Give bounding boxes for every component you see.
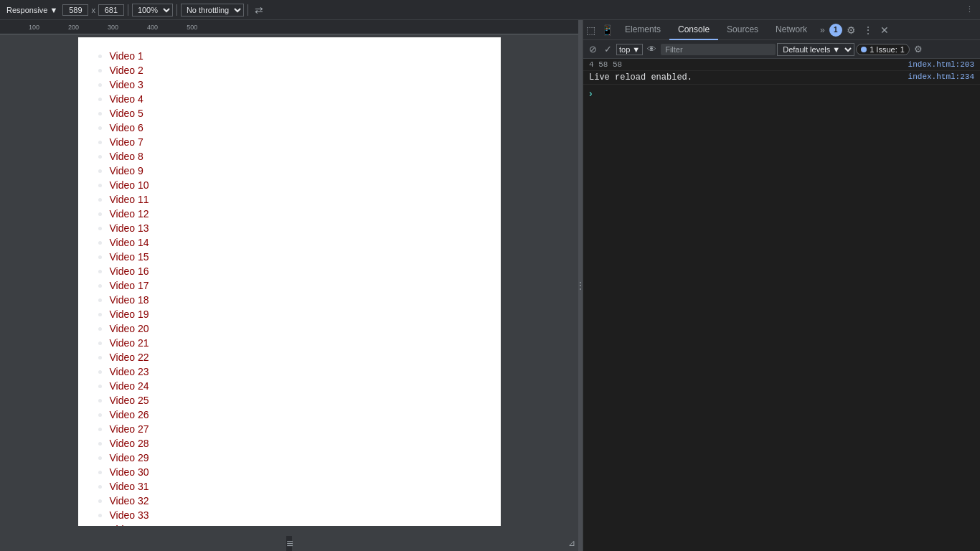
video-link-31[interactable]: Video 31 xyxy=(110,481,149,492)
width-input[interactable] xyxy=(62,4,88,16)
video-link-15[interactable]: Video 15 xyxy=(110,251,149,263)
tab-sources[interactable]: Sources xyxy=(718,20,767,40)
list-item: Video 20 xyxy=(110,321,484,336)
eye-button[interactable]: 👁 xyxy=(644,42,659,56)
video-list: Video 1Video 2Video 3Video 4Video 5Video… xyxy=(95,49,484,526)
devtools-settings-button[interactable]: ⚙ xyxy=(844,23,859,37)
video-link-21[interactable]: Video 21 xyxy=(110,337,149,349)
video-link-12[interactable]: Video 12 xyxy=(110,208,149,220)
video-link-25[interactable]: Video 25 xyxy=(110,395,149,406)
ruler-mark-100: 100 xyxy=(29,24,39,31)
device-toggle-button[interactable]: 📱 xyxy=(598,23,616,37)
list-item: Video 29 xyxy=(110,451,484,465)
video-link-20[interactable]: Video 20 xyxy=(110,323,149,334)
rotate-button[interactable]: ⇄ xyxy=(252,3,266,17)
preserve-log-button[interactable]: ✓ xyxy=(601,42,615,56)
tab-network[interactable]: Network xyxy=(767,20,816,40)
browser-area: 100 200 300 400 500 Video 1Video 2Video … xyxy=(0,20,578,551)
devtools-tabs: ⬚ 📱 Elements Console Sources Network » 1… xyxy=(583,20,980,40)
zoom-select[interactable]: 100% 75% 50% xyxy=(132,4,173,17)
video-link-27[interactable]: Video 27 xyxy=(110,423,149,435)
console-prompt-row[interactable]: › xyxy=(583,85,980,102)
video-link-29[interactable]: Video 29 xyxy=(110,452,149,463)
log-count-1: 4 58 58 xyxy=(589,60,622,69)
top-toolbar: Responsive ▼ x 100% 75% 50% No throttlin… xyxy=(0,0,980,20)
list-item: Video 18 xyxy=(110,293,484,307)
video-link-11[interactable]: Video 11 xyxy=(110,194,149,205)
video-link-32[interactable]: Video 32 xyxy=(110,495,149,507)
context-select[interactable]: top ▼ xyxy=(616,44,643,55)
devtools-more-button[interactable]: ⋮ xyxy=(860,23,876,37)
issue-badge[interactable]: 1 Issue: 1 xyxy=(856,44,910,55)
video-link-8[interactable]: Video 8 xyxy=(110,151,143,162)
inspect-element-button[interactable]: ⬚ xyxy=(583,23,598,37)
issue-dot xyxy=(861,47,867,52)
responsive-dropdown-icon: ▼ xyxy=(50,6,57,14)
devtools-close-button[interactable]: ✕ xyxy=(877,23,892,37)
video-link-24[interactable]: Video 24 xyxy=(110,380,149,392)
video-link-33[interactable]: Video 33 xyxy=(110,509,149,521)
tab-network-label: Network xyxy=(776,24,807,34)
log-source-1[interactable]: index.html:203 xyxy=(908,60,974,69)
list-item: Video 32 xyxy=(110,494,484,508)
video-link-19[interactable]: Video 19 xyxy=(110,309,149,320)
video-link-14[interactable]: Video 14 xyxy=(110,237,149,248)
list-item: Video 19 xyxy=(110,307,484,321)
list-item: Video 22 xyxy=(110,350,484,364)
video-link-7[interactable]: Video 7 xyxy=(110,136,143,148)
tab-console-label: Console xyxy=(678,24,710,34)
tab-console[interactable]: Console xyxy=(669,20,718,40)
tabs-more-button[interactable]: » xyxy=(816,22,829,38)
video-link-6[interactable]: Video 6 xyxy=(110,122,143,133)
throttle-select[interactable]: No throttling Fast 3G Slow 3G xyxy=(181,4,244,17)
separator-3 xyxy=(248,4,248,16)
height-input[interactable] xyxy=(98,4,124,16)
video-link-18[interactable]: Video 18 xyxy=(110,294,149,306)
video-link-16[interactable]: Video 16 xyxy=(110,265,149,277)
video-link-22[interactable]: Video 22 xyxy=(110,352,149,363)
tab-elements-label: Elements xyxy=(625,24,661,34)
list-item: Video 3 xyxy=(110,77,484,92)
video-link-30[interactable]: Video 30 xyxy=(110,466,149,478)
list-item: Video 4 xyxy=(110,92,484,106)
console-content: 4 58 58 index.html:203 Live reload enabl… xyxy=(583,59,980,551)
video-link-9[interactable]: Video 9 xyxy=(110,165,143,176)
main-area: 100 200 300 400 500 Video 1Video 2Video … xyxy=(0,20,980,551)
more-options-button[interactable]: ⋮ xyxy=(962,4,977,16)
video-link-4[interactable]: Video 4 xyxy=(110,93,143,105)
separator-1 xyxy=(128,4,128,16)
video-link-34[interactable]: Video 34 xyxy=(110,524,149,526)
devtools-panel: ⬚ 📱 Elements Console Sources Network » 1… xyxy=(583,20,980,551)
dimension-separator: x xyxy=(90,6,97,14)
responsive-button[interactable]: Responsive ▼ xyxy=(3,4,61,16)
console-toolbar: ⊘ ✓ top ▼ 👁 Default levels ▼ Verbose Inf… xyxy=(583,40,980,59)
video-link-10[interactable]: Video 10 xyxy=(110,179,149,191)
video-link-1[interactable]: Video 1 xyxy=(110,50,143,62)
list-item: Video 5 xyxy=(110,106,484,121)
issue-settings-button[interactable]: ⚙ xyxy=(911,42,925,56)
video-link-2[interactable]: Video 2 xyxy=(110,65,143,76)
log-source-2[interactable]: index.html:234 xyxy=(908,72,974,81)
video-link-28[interactable]: Video 28 xyxy=(110,438,149,449)
console-row-2-left: Live reload enabled. xyxy=(589,72,903,83)
ruler-mark-300: 300 xyxy=(108,24,118,31)
log-level-select[interactable]: Default levels ▼ Verbose Info Warnings E… xyxy=(777,43,854,56)
separator-2 xyxy=(176,4,177,16)
page-iframe[interactable]: Video 1Video 2Video 3Video 4Video 5Video… xyxy=(78,37,501,526)
resize-corner-icon: ⊿ xyxy=(568,538,575,548)
list-item: Video 28 xyxy=(110,436,484,451)
list-item: Video 6 xyxy=(110,121,484,135)
tab-elements[interactable]: Elements xyxy=(616,20,669,40)
video-link-3[interactable]: Video 3 xyxy=(110,79,143,90)
video-link-26[interactable]: Video 26 xyxy=(110,409,149,420)
list-item: Video 7 xyxy=(110,135,484,149)
video-link-17[interactable]: Video 17 xyxy=(110,280,149,291)
video-link-23[interactable]: Video 23 xyxy=(110,366,149,377)
video-link-5[interactable]: Video 5 xyxy=(110,108,143,119)
console-row-1-left: 4 58 58 xyxy=(589,60,903,69)
list-item: Video 16 xyxy=(110,264,484,278)
console-input[interactable] xyxy=(595,88,974,98)
clear-console-button[interactable]: ⊘ xyxy=(586,42,600,56)
video-link-13[interactable]: Video 13 xyxy=(110,222,149,234)
filter-input[interactable] xyxy=(661,44,776,55)
